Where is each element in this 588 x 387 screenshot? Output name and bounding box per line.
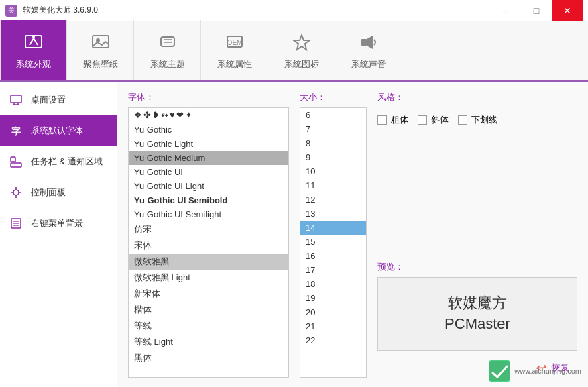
list-item[interactable]: 8 — [300, 136, 366, 150]
titlebar: 美 软媒美化大师 3.6.9.0 ─ □ ✕ — [0, 0, 588, 21]
list-item[interactable]: 21 — [300, 319, 366, 333]
sidebar-item-font[interactable]: 字 系统默认字体 — [0, 115, 117, 146]
list-item[interactable]: Yu Gothic — [129, 123, 288, 137]
tab-wallpaper[interactable]: 聚焦壁纸 — [67, 20, 134, 80]
list-item[interactable]: 微软雅黑 — [129, 254, 288, 270]
svg-text:OEM: OEM — [227, 39, 242, 46]
list-item[interactable]: 12 — [300, 192, 366, 207]
list-item[interactable]: Yu Gothic UI — [129, 165, 288, 179]
list-item[interactable]: 新宋体 — [129, 286, 288, 302]
preview-box: 软媒魔方 PCMaster — [377, 277, 577, 351]
tab-icons[interactable]: 系统图标 — [268, 20, 335, 80]
svg-point-1 — [32, 36, 35, 38]
list-item[interactable]: 13 — [300, 207, 366, 221]
list-item[interactable]: Yu Gothic UI Semibold — [129, 193, 288, 207]
tab-sound-label: 系统声音 — [351, 58, 386, 70]
main-layout: 桌面设置 字 系统默认字体 任务栏 & 通知区域 控制面板 右键菜单背景 — [0, 82, 588, 387]
svg-point-17 — [13, 190, 19, 195]
svg-rect-8 — [361, 39, 367, 46]
properties-icon: OEM — [223, 30, 247, 54]
sidebar-item-desktop[interactable]: 桌面设置 — [0, 85, 117, 115]
restore-button[interactable]: □ — [521, 0, 552, 21]
sidebar-item-context[interactable]: 右键菜单背景 — [0, 208, 117, 239]
svg-rect-15 — [11, 163, 21, 167]
list-item[interactable]: Yu Gothic UI Semilight — [129, 207, 288, 221]
list-item[interactable]: 微软雅黑 Light — [129, 270, 288, 286]
bold-checkbox-box[interactable] — [377, 115, 387, 125]
size-list-inner: 6 7 8 9 10 11 12 13 14 15 16 17 18 19 — [300, 108, 366, 347]
sidebar: 桌面设置 字 系统默认字体 任务栏 & 通知区域 控制面板 右键菜单背景 — [0, 82, 117, 387]
font-section-label: 字体： — [128, 91, 289, 103]
list-item[interactable]: 17 — [300, 263, 366, 277]
minimize-button[interactable]: ─ — [490, 0, 521, 21]
size-section-label: 大小： — [300, 91, 367, 103]
theme-icon — [156, 30, 180, 54]
list-item[interactable]: 等线 — [129, 318, 288, 334]
list-item[interactable]: 18 — [300, 277, 366, 291]
list-item[interactable]: 15 — [300, 235, 366, 249]
list-item[interactable]: 14 — [300, 221, 366, 235]
top-row: 字体： ❖✤❥↭♥❤✦ Yu Gothic Yu Gothic Light Yu… — [128, 91, 577, 378]
italic-checkbox-box[interactable] — [418, 115, 427, 125]
list-item[interactable]: 仿宋 — [129, 221, 288, 237]
sidebar-item-taskbar[interactable]: 任务栏 & 通知区域 — [0, 146, 117, 177]
underline-checkbox-box[interactable] — [458, 115, 467, 125]
list-item[interactable]: 10 — [300, 164, 366, 178]
size-list-box[interactable]: 6 7 8 9 10 11 12 13 14 15 16 17 18 19 — [300, 107, 367, 378]
font-list-inner: ❖✤❥↭♥❤✦ Yu Gothic Yu Gothic Light Yu Got… — [129, 108, 288, 366]
icons-icon — [290, 30, 314, 54]
tab-theme[interactable]: 系统主题 — [134, 20, 201, 80]
close-button[interactable]: ✕ — [552, 0, 583, 21]
list-item[interactable]: ❖✤❥↭♥❤✦ — [129, 108, 288, 123]
list-item[interactable]: Yu Gothic UI Light — [129, 179, 288, 193]
font-section: 字体： ❖✤❥↭♥❤✦ Yu Gothic Yu Gothic Light Yu… — [128, 91, 289, 378]
list-item[interactable]: 7 — [300, 122, 366, 136]
sound-icon — [357, 30, 381, 54]
list-item[interactable]: 11 — [300, 178, 366, 192]
svg-rect-16 — [11, 157, 15, 162]
list-item[interactable]: Yu Gothic Light — [129, 137, 288, 151]
list-item[interactable]: 22 — [300, 333, 366, 347]
sidebar-item-control[interactable]: 控制面板 — [0, 177, 117, 208]
list-item[interactable]: 宋体 — [129, 237, 288, 254]
tab-theme-label: 系统主题 — [150, 58, 185, 70]
tab-wallpaper-label: 聚焦壁纸 — [83, 58, 118, 70]
underline-checkbox[interactable]: 下划线 — [458, 114, 497, 126]
watermark-logo — [489, 360, 510, 382]
tab-sound[interactable]: 系统声音 — [335, 20, 402, 80]
list-item[interactable]: 6 — [300, 108, 366, 122]
app-icon: 美 — [5, 5, 17, 17]
preview-section: 预览： 软媒魔方 PCMaster — [377, 261, 577, 351]
tab-properties[interactable]: OEM 系统属性 — [201, 20, 268, 80]
list-item[interactable]: 20 — [300, 305, 366, 319]
svg-marker-9 — [367, 36, 373, 49]
titlebar-left: 美 软媒美化大师 3.6.9.0 — [5, 5, 98, 17]
list-item[interactable]: 9 — [300, 150, 366, 164]
app-title: 软媒美化大师 3.6.9.0 — [23, 5, 98, 16]
underline-label: 下划线 — [471, 114, 497, 126]
bold-checkbox[interactable]: 粗体 — [377, 114, 408, 126]
tab-properties-label: 系统属性 — [217, 58, 252, 70]
font-list-box[interactable]: ❖✤❥↭♥❤✦ Yu Gothic Yu Gothic Light Yu Got… — [128, 107, 289, 378]
bold-label: 粗体 — [391, 114, 408, 126]
list-item[interactable]: Yu Gothic Medium — [129, 151, 288, 165]
tab-appearance[interactable]: 系统外观 — [0, 20, 67, 80]
sidebar-font-label: 系统默认字体 — [31, 125, 83, 137]
preview-text-line2: PCMaster — [445, 314, 510, 335]
sidebar-context-label: 右键菜单背景 — [31, 217, 83, 229]
preview-text: 软媒魔方 PCMaster — [445, 293, 510, 335]
list-item[interactable]: 19 — [300, 291, 366, 305]
list-item[interactable]: 楷体 — [129, 302, 288, 318]
appearance-icon — [21, 30, 46, 54]
list-item[interactable]: 黑体 — [129, 350, 288, 366]
font-icon: 字 — [8, 123, 24, 139]
list-item[interactable]: 16 — [300, 249, 366, 263]
context-icon — [8, 215, 24, 231]
right-col: 风格： 粗体 斜体 下划线 — [377, 91, 577, 378]
size-section: 大小： 6 7 8 9 10 11 12 13 14 15 16 17 — [300, 91, 367, 378]
preview-section-label: 预览： — [377, 261, 577, 273]
italic-checkbox[interactable]: 斜体 — [418, 114, 449, 126]
list-item[interactable]: 等线 Light — [129, 334, 288, 350]
watermark: www.aichunjing.com — [489, 360, 581, 382]
taskbar-icon — [8, 154, 24, 170]
